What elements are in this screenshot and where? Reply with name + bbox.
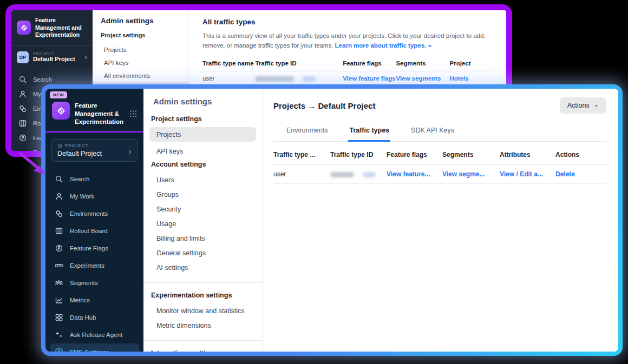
person-icon	[18, 90, 27, 98]
nav-item-groups[interactable]: Groups	[143, 187, 262, 202]
tab-bar: Environments Traffic types SDK API Keys	[273, 122, 606, 142]
traffic-type-name: user	[273, 165, 330, 184]
redacted-id-cell	[330, 165, 387, 184]
col-header: Feature flags	[387, 144, 442, 165]
project-name: Default Project	[33, 56, 75, 62]
nav-item-billing-and-limits[interactable]: Billing and limits	[143, 231, 262, 246]
nav-group-account-settings: Account settings	[143, 161, 262, 168]
view-feature-flags-link[interactable]: View feature...	[387, 170, 430, 178]
view-segments-link[interactable]: View segments	[396, 75, 441, 82]
sidebar-item-segments[interactable]: Segments	[45, 274, 143, 292]
table-row: user View feature... View segme... View …	[273, 165, 606, 184]
ruler-icon	[55, 261, 63, 270]
sparkles-icon	[55, 330, 63, 339]
search-icon	[18, 75, 27, 84]
col-header: Attributes	[500, 144, 555, 165]
nav-item-ai-settings[interactable]: AI settings	[143, 260, 262, 275]
tab-traffic-types[interactable]: Traffic types	[348, 122, 390, 142]
breadcrumb: Projects → Default Project	[273, 101, 375, 110]
fme-settings-icon	[55, 348, 63, 352]
nav-item-projects[interactable]: Projects	[149, 127, 256, 142]
front-project-selector[interactable]: PROJECT Default Project ›	[51, 139, 138, 162]
col-header: Traffic type ID	[330, 144, 387, 165]
learn-more-link[interactable]: Learn more about traffic types. »	[335, 42, 431, 49]
project-link[interactable]: Hotels	[449, 75, 468, 82]
flag-circle-icon	[18, 134, 27, 142]
search-icon	[55, 175, 63, 183]
sidebar-item-search[interactable]: Search	[45, 170, 143, 188]
project-label: PROJECT	[33, 52, 75, 56]
col-header: Traffic type name	[202, 56, 255, 71]
nav-item-all-environments[interactable]: All environments	[93, 69, 188, 82]
redacted-id	[330, 172, 354, 177]
sidebar-item-rollout-board[interactable]: Rollout Board	[45, 222, 143, 240]
col-header: Actions	[555, 144, 606, 165]
view-edit-attributes-link[interactable]: View / Edit a...	[500, 170, 543, 178]
nav-item-metric-dimensions[interactable]: Metric dimensions	[143, 318, 262, 333]
line-chart-icon	[55, 296, 63, 305]
nav-item-monitor-window[interactable]: Monitor window and statistics	[143, 303, 262, 318]
nav-item-security[interactable]: Security	[143, 202, 262, 216]
highlight-border-front-window: NEW Feature Management & Experimentation…	[41, 84, 623, 356]
col-header: Project	[449, 56, 493, 71]
project-badge-icon	[57, 143, 62, 148]
new-badge: NEW	[50, 91, 67, 98]
admin-settings-heading: Admin settings	[143, 97, 262, 106]
project-avatar: DP	[17, 51, 29, 63]
app-grid-icon[interactable]	[129, 110, 137, 118]
sidebar-item-fme-settings[interactable]: FME Settings	[50, 343, 139, 352]
actions-button[interactable]: Actions ⌄	[560, 97, 606, 114]
front-brand-label: Feature Management & Experimentation	[75, 102, 125, 126]
sidebar-item-feature-flags[interactable]: Feature Flags	[45, 240, 143, 257]
traffic-type-name: user	[202, 71, 255, 85]
sidebar-item-ask-release-agent[interactable]: Ask Release Agent	[45, 326, 143, 343]
delete-link[interactable]: Delete	[555, 170, 575, 178]
person-icon	[55, 192, 63, 201]
sidebar-item-metrics[interactable]: Metrics	[45, 292, 143, 309]
sidebar-item-data-hub[interactable]: Data Hub	[45, 309, 143, 326]
view-segments-link[interactable]: View segme...	[442, 170, 485, 178]
nav-divider	[143, 340, 262, 341]
redacted-id	[363, 172, 376, 177]
sidebar-item-environments[interactable]: Environments	[45, 205, 143, 222]
traffic-types-table: Traffic type ... Traffic type ID Feature…	[273, 144, 606, 184]
redacted-id-cell	[255, 71, 343, 85]
nav-item-api-keys[interactable]: API keys	[93, 56, 188, 69]
nav-group-integrations-settings: Integrations settings	[143, 349, 262, 352]
front-brand: NEW Feature Management & Experimentation	[45, 89, 143, 126]
tab-sdk-api-keys[interactable]: SDK API Keys	[410, 122, 455, 141]
board-columns-icon	[55, 227, 63, 235]
nav-item-projects[interactable]: Projects	[93, 43, 188, 56]
col-header: Segments	[442, 144, 500, 165]
brand-underline	[45, 131, 143, 133]
nav-item-usage[interactable]: Usage	[143, 216, 262, 231]
environments-icon	[55, 209, 63, 218]
nav-divider	[143, 282, 262, 283]
data-hub-icon	[55, 313, 63, 322]
sidebar-item-my-work[interactable]: My Work	[45, 188, 143, 205]
people-icon	[55, 279, 63, 287]
front-sidebar: NEW Feature Management & Experimentation…	[45, 89, 143, 352]
back-brand-label: Feature Management and Experimentation	[35, 17, 87, 39]
back-brand: Feature Management and Experimentation	[11, 10, 93, 46]
sidebar-item-experiments[interactable]: Experiments	[45, 257, 143, 274]
col-header: Traffic type ID	[255, 56, 343, 71]
col-header: Traffic type ...	[273, 144, 330, 165]
nav-group-project-settings: Project settings	[93, 32, 188, 38]
nav-group-project-settings: Project settings	[143, 115, 262, 123]
redacted-id	[303, 76, 316, 82]
col-header: Segments	[396, 56, 449, 71]
nav-item-users[interactable]: Users	[143, 173, 262, 187]
nav-item-general-settings[interactable]: General settings	[143, 246, 262, 260]
fme-logo-icon	[52, 102, 70, 120]
back-project-selector[interactable]: DP PROJECT Default Project ›	[11, 46, 93, 69]
screenshot-stage: Feature Management and Experimentation D…	[0, 0, 628, 364]
chevron-down-icon: ⌄	[594, 102, 599, 108]
chevron-right-icon: ›	[129, 147, 132, 156]
front-sidebar-menu: Search My Work Environments Rollout Boar…	[45, 170, 143, 352]
nav-item-api-keys[interactable]: API keys	[143, 144, 262, 158]
view-feature-flags-link[interactable]: View feature flags	[343, 75, 396, 82]
redacted-id	[255, 76, 294, 82]
tab-environments[interactable]: Environments	[285, 122, 329, 141]
nav-group-experimentation-settings: Experimentation settings	[143, 292, 262, 299]
